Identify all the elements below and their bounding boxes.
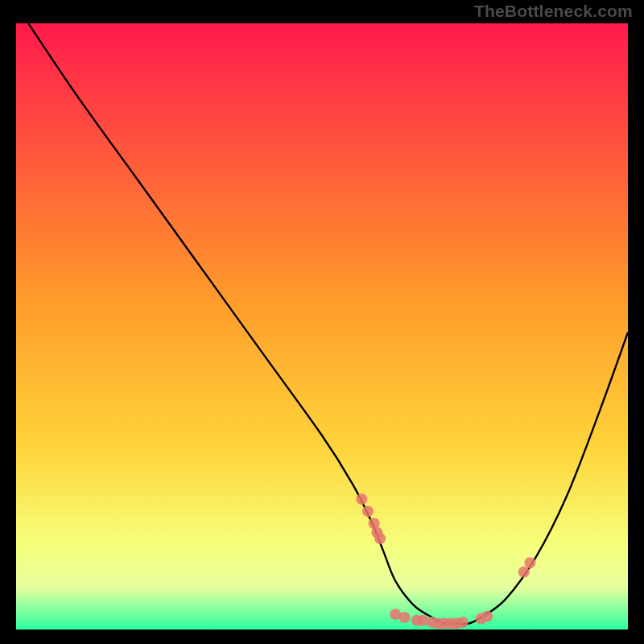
sample-point <box>362 506 374 517</box>
sample-point <box>374 533 386 544</box>
sample-point <box>457 617 469 628</box>
chart-svg <box>16 23 628 630</box>
plot-area <box>16 23 628 630</box>
chart-frame: TheBottleneck.com <box>0 0 644 644</box>
sample-point <box>524 557 535 568</box>
sample-point <box>356 493 367 505</box>
watermark-text: TheBottleneck.com <box>474 2 633 21</box>
sample-point <box>481 610 493 621</box>
gradient-background <box>16 23 628 630</box>
sample-point <box>399 612 411 623</box>
